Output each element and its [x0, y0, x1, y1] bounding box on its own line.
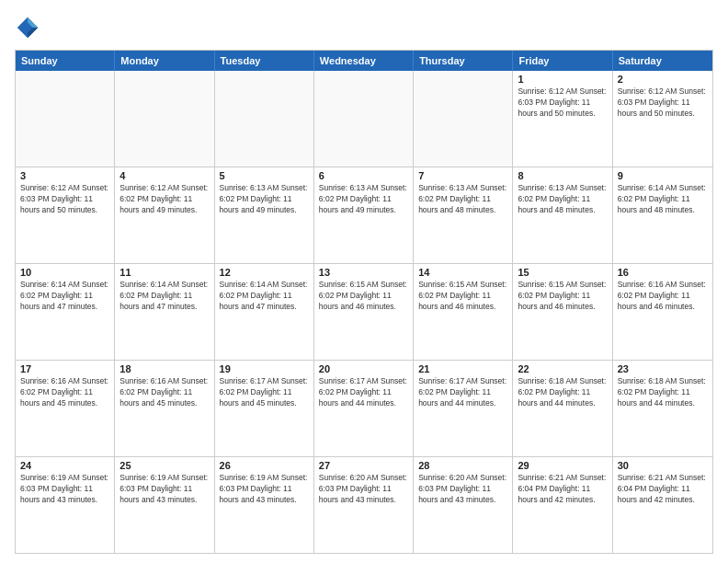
- day-cell-8: 8Sunrise: 6:13 AM Sunset: 6:02 PM Daylig…: [513, 167, 612, 263]
- day-number: 10: [20, 267, 109, 278]
- page: SundayMondayTuesdayWednesdayThursdayFrid…: [0, 0, 728, 563]
- logo: [15, 15, 44, 40]
- calendar: SundayMondayTuesdayWednesdayThursdayFrid…: [15, 50, 713, 554]
- day-number: 16: [618, 267, 708, 278]
- day-number: 3: [20, 170, 109, 181]
- day-cell-23: 23Sunrise: 6:18 AM Sunset: 6:02 PM Dayli…: [613, 361, 712, 456]
- empty-cell: [314, 71, 414, 167]
- day-info: Sunrise: 6:12 AM Sunset: 6:02 PM Dayligh…: [119, 183, 209, 216]
- day-number: 24: [20, 460, 109, 471]
- empty-cell: [16, 71, 115, 167]
- empty-cell: [115, 71, 214, 167]
- calendar-row-2: 3Sunrise: 6:12 AM Sunset: 6:03 PM Daylig…: [16, 167, 712, 263]
- calendar-header: SundayMondayTuesdayWednesdayThursdayFrid…: [16, 51, 712, 71]
- day-cell-29: 29Sunrise: 6:21 AM Sunset: 6:04 PM Dayli…: [513, 457, 612, 553]
- day-number: 11: [119, 267, 209, 278]
- day-info: Sunrise: 6:16 AM Sunset: 6:02 PM Dayligh…: [119, 376, 209, 409]
- day-cell-26: 26Sunrise: 6:19 AM Sunset: 6:03 PM Dayli…: [215, 457, 314, 553]
- day-info: Sunrise: 6:13 AM Sunset: 6:02 PM Dayligh…: [418, 183, 507, 216]
- day-number: 26: [220, 460, 309, 471]
- day-number: 22: [518, 363, 607, 374]
- day-number: 6: [319, 170, 408, 181]
- day-info: Sunrise: 6:21 AM Sunset: 6:04 PM Dayligh…: [518, 473, 607, 506]
- day-number: 27: [319, 460, 408, 471]
- calendar-row-5: 24Sunrise: 6:19 AM Sunset: 6:03 PM Dayli…: [16, 456, 712, 553]
- day-cell-18: 18Sunrise: 6:16 AM Sunset: 6:02 PM Dayli…: [115, 361, 214, 456]
- day-header-monday: Monday: [115, 51, 214, 71]
- day-number: 14: [418, 267, 507, 278]
- calendar-body: 1Sunrise: 6:12 AM Sunset: 6:03 PM Daylig…: [16, 71, 712, 553]
- day-cell-19: 19Sunrise: 6:17 AM Sunset: 6:02 PM Dayli…: [215, 361, 314, 456]
- day-cell-11: 11Sunrise: 6:14 AM Sunset: 6:02 PM Dayli…: [115, 264, 214, 360]
- day-cell-17: 17Sunrise: 6:16 AM Sunset: 6:02 PM Dayli…: [16, 361, 115, 456]
- day-cell-28: 28Sunrise: 6:20 AM Sunset: 6:03 PM Dayli…: [414, 457, 513, 553]
- day-number: 18: [119, 363, 209, 374]
- day-number: 28: [418, 460, 507, 471]
- day-info: Sunrise: 6:19 AM Sunset: 6:03 PM Dayligh…: [220, 473, 309, 506]
- day-info: Sunrise: 6:15 AM Sunset: 6:02 PM Dayligh…: [518, 280, 607, 313]
- day-number: 23: [618, 363, 708, 374]
- day-number: 13: [319, 267, 408, 278]
- day-info: Sunrise: 6:16 AM Sunset: 6:02 PM Dayligh…: [618, 280, 708, 313]
- day-header-tuesday: Tuesday: [215, 51, 314, 71]
- day-info: Sunrise: 6:15 AM Sunset: 6:02 PM Dayligh…: [319, 280, 408, 313]
- day-info: Sunrise: 6:20 AM Sunset: 6:03 PM Dayligh…: [418, 473, 507, 506]
- day-info: Sunrise: 6:19 AM Sunset: 6:03 PM Dayligh…: [119, 473, 209, 506]
- header: [15, 15, 713, 40]
- day-info: Sunrise: 6:12 AM Sunset: 6:03 PM Dayligh…: [518, 86, 607, 120]
- day-cell-30: 30Sunrise: 6:21 AM Sunset: 6:04 PM Dayli…: [613, 457, 712, 553]
- day-header-thursday: Thursday: [414, 51, 513, 71]
- day-number: 20: [319, 363, 408, 374]
- day-cell-22: 22Sunrise: 6:18 AM Sunset: 6:02 PM Dayli…: [513, 361, 612, 456]
- day-cell-14: 14Sunrise: 6:15 AM Sunset: 6:02 PM Dayli…: [414, 264, 513, 360]
- day-cell-4: 4Sunrise: 6:12 AM Sunset: 6:02 PM Daylig…: [115, 167, 214, 263]
- day-number: 12: [220, 267, 309, 278]
- day-cell-1: 1Sunrise: 6:12 AM Sunset: 6:03 PM Daylig…: [513, 71, 612, 167]
- day-info: Sunrise: 6:18 AM Sunset: 6:02 PM Dayligh…: [618, 376, 708, 409]
- day-number: 2: [618, 74, 708, 85]
- day-cell-5: 5Sunrise: 6:13 AM Sunset: 6:02 PM Daylig…: [215, 167, 314, 263]
- day-cell-7: 7Sunrise: 6:13 AM Sunset: 6:02 PM Daylig…: [414, 167, 513, 263]
- day-cell-12: 12Sunrise: 6:14 AM Sunset: 6:02 PM Dayli…: [215, 264, 314, 360]
- day-header-friday: Friday: [513, 51, 612, 71]
- day-info: Sunrise: 6:12 AM Sunset: 6:03 PM Dayligh…: [618, 86, 708, 120]
- day-number: 25: [119, 460, 209, 471]
- day-number: 9: [618, 170, 708, 181]
- day-cell-27: 27Sunrise: 6:20 AM Sunset: 6:03 PM Dayli…: [314, 457, 414, 553]
- day-number: 4: [119, 170, 209, 181]
- day-cell-24: 24Sunrise: 6:19 AM Sunset: 6:03 PM Dayli…: [16, 457, 115, 553]
- day-info: Sunrise: 6:17 AM Sunset: 6:02 PM Dayligh…: [319, 376, 408, 409]
- day-cell-21: 21Sunrise: 6:17 AM Sunset: 6:02 PM Dayli…: [414, 361, 513, 456]
- day-number: 8: [518, 170, 607, 181]
- day-cell-25: 25Sunrise: 6:19 AM Sunset: 6:03 PM Dayli…: [115, 457, 214, 553]
- day-info: Sunrise: 6:17 AM Sunset: 6:02 PM Dayligh…: [220, 376, 309, 409]
- day-cell-16: 16Sunrise: 6:16 AM Sunset: 6:02 PM Dayli…: [613, 264, 712, 360]
- empty-cell: [414, 71, 513, 167]
- day-info: Sunrise: 6:14 AM Sunset: 6:02 PM Dayligh…: [20, 280, 109, 313]
- day-info: Sunrise: 6:12 AM Sunset: 6:03 PM Dayligh…: [20, 183, 109, 216]
- day-info: Sunrise: 6:18 AM Sunset: 6:02 PM Dayligh…: [518, 376, 607, 409]
- day-number: 29: [518, 460, 607, 471]
- day-header-saturday: Saturday: [613, 51, 712, 71]
- calendar-row-1: 1Sunrise: 6:12 AM Sunset: 6:03 PM Daylig…: [16, 71, 712, 167]
- day-info: Sunrise: 6:13 AM Sunset: 6:02 PM Dayligh…: [319, 183, 408, 216]
- day-info: Sunrise: 6:13 AM Sunset: 6:02 PM Dayligh…: [220, 183, 309, 216]
- day-info: Sunrise: 6:13 AM Sunset: 6:02 PM Dayligh…: [518, 183, 607, 216]
- day-info: Sunrise: 6:16 AM Sunset: 6:02 PM Dayligh…: [20, 376, 109, 409]
- calendar-row-3: 10Sunrise: 6:14 AM Sunset: 6:02 PM Dayli…: [16, 263, 712, 360]
- day-number: 1: [518, 74, 607, 85]
- day-number: 30: [618, 460, 708, 471]
- empty-cell: [215, 71, 314, 167]
- day-number: 7: [418, 170, 507, 181]
- day-number: 5: [220, 170, 309, 181]
- day-info: Sunrise: 6:15 AM Sunset: 6:02 PM Dayligh…: [418, 280, 507, 313]
- day-info: Sunrise: 6:19 AM Sunset: 6:03 PM Dayligh…: [20, 473, 109, 506]
- calendar-row-4: 17Sunrise: 6:16 AM Sunset: 6:02 PM Dayli…: [16, 360, 712, 456]
- day-cell-10: 10Sunrise: 6:14 AM Sunset: 6:02 PM Dayli…: [16, 264, 115, 360]
- day-cell-9: 9Sunrise: 6:14 AM Sunset: 6:02 PM Daylig…: [613, 167, 712, 263]
- day-cell-3: 3Sunrise: 6:12 AM Sunset: 6:03 PM Daylig…: [16, 167, 115, 263]
- logo-icon: [15, 15, 40, 40]
- day-info: Sunrise: 6:21 AM Sunset: 6:04 PM Dayligh…: [618, 473, 708, 506]
- day-header-sunday: Sunday: [16, 51, 115, 71]
- day-cell-13: 13Sunrise: 6:15 AM Sunset: 6:02 PM Dayli…: [314, 264, 414, 360]
